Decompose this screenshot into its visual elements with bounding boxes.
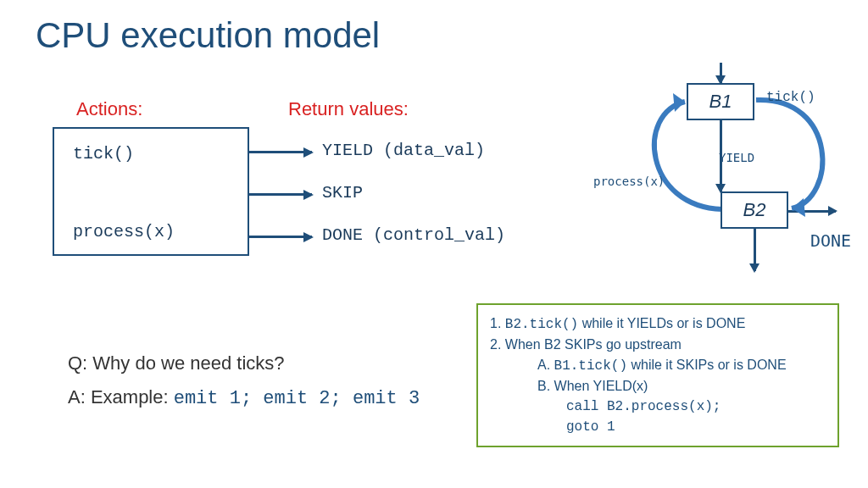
node-b1: B1: [687, 83, 754, 120]
label-tick: tick(): [766, 90, 815, 105]
algo-line-2: 2. When B2 SKIPs go upstream: [490, 335, 826, 355]
algo-line-4: B. When YIELD(x): [490, 376, 826, 396]
algo-line-1: 1. B2.tick() while it YIELDs or is DONE: [490, 313, 826, 335]
answer-code: emit 1; emit 2; emit 3: [174, 388, 420, 409]
action-process: process(x): [73, 222, 175, 241]
label-done: DONE: [810, 230, 851, 251]
answer: A: Example: emit 1; emit 2; emit 3: [68, 386, 420, 409]
arrow-skip: [249, 193, 312, 196]
arrow-done: [249, 236, 312, 238]
algo-line-6: goto 1: [490, 417, 826, 437]
question: Q: Why do we need ticks?: [68, 352, 285, 374]
return-done: DONE (control_val): [322, 225, 505, 245]
return-yield: YIELD (data_val): [322, 141, 485, 160]
answer-prefix: A: Example:: [68, 386, 174, 408]
algo-line-5: call B2.process(x);: [490, 396, 826, 417]
label-yield: YIELD: [719, 151, 754, 164]
node-b2: B2: [721, 191, 788, 229]
slide-title: CPU execution model: [36, 15, 380, 56]
returns-heading: Return values:: [288, 98, 409, 120]
actions-box: tick() process(x): [53, 127, 249, 256]
label-process: process(x): [593, 175, 665, 188]
return-skip: SKIP: [322, 183, 363, 202]
actions-heading: Actions:: [76, 98, 142, 120]
svg-marker-0: [673, 93, 685, 112]
svg-marker-1: [792, 198, 805, 217]
algorithm-box: 1. B2.tick() while it YIELDs or is DONE …: [476, 303, 839, 447]
state-diagram: B1 B2 tick() YIELD process(x) DONE: [593, 68, 848, 288]
action-tick: tick(): [73, 144, 134, 164]
algo-line-3: A. B1.tick() while it SKIPs or is DONE: [490, 355, 826, 376]
arrow-b2-down: [754, 229, 756, 271]
arrow-yield: [249, 151, 312, 153]
